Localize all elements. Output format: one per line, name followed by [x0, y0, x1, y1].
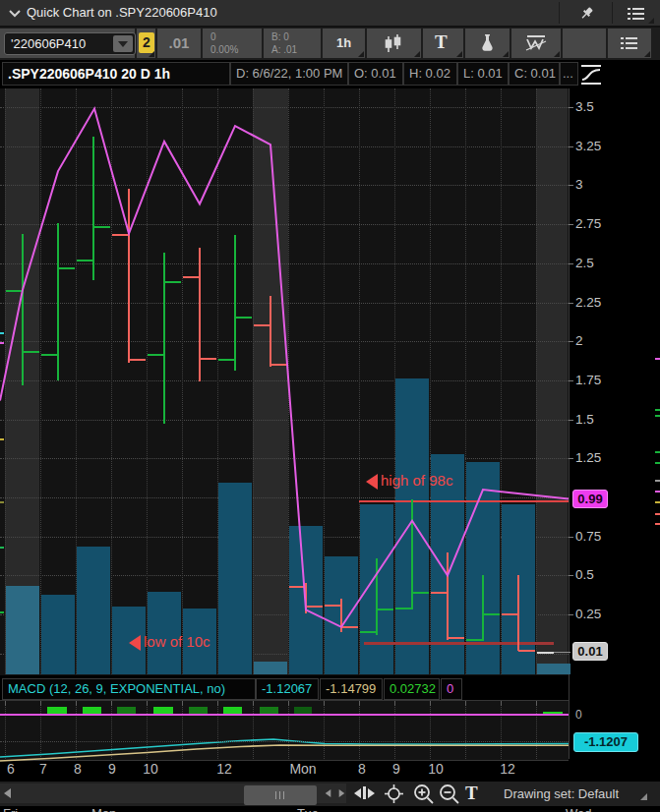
x-axis-label: 10: [133, 761, 168, 777]
edge-mark-right: [655, 513, 660, 515]
titlebar-menu-button[interactable]: [620, 1, 655, 25]
candle-open-tick: [466, 639, 483, 641]
y-axis-label: 3.5: [575, 99, 617, 115]
v-gridline-macd: [430, 701, 431, 759]
drawing-set-selector[interactable]: Drawing set: Default: [504, 784, 619, 804]
chart-annotation[interactable]: low of 10c: [129, 633, 210, 650]
v-gridline-macd: [288, 701, 289, 759]
header-open: O: 0.01: [348, 62, 403, 86]
candle-range: [447, 552, 449, 640]
studies-button[interactable]: [465, 29, 510, 58]
macd-hist-bar: [83, 707, 101, 714]
step-right-button[interactable]: [339, 789, 345, 797]
x-axis-label: 8: [344, 761, 380, 777]
text-tool-label: T: [435, 31, 448, 53]
chart-style-button[interactable]: [367, 29, 421, 58]
y-axis-tick: [569, 380, 573, 381]
title-bar: Quick Chart on .SPY220606P410: [0, 0, 660, 28]
scroll-left-arrow-icon[interactable]: [4, 788, 11, 798]
symbol-input[interactable]: '220606P410: [4, 32, 136, 55]
volume-bar: [537, 664, 570, 674]
symbol-dropdown-button[interactable]: [113, 35, 133, 52]
edge-mark-left: [0, 342, 4, 344]
v-gridline-macd: [359, 701, 360, 759]
price-level-line[interactable]: [364, 642, 554, 645]
candle-open-tick: [502, 613, 518, 615]
axis-border: [569, 88, 570, 759]
pin-button[interactable]: [569, 1, 604, 25]
candle-close-tick: [518, 650, 535, 652]
chart-scrollbar[interactable]: [0, 783, 346, 803]
zoom-in-button[interactable]: [413, 783, 435, 805]
candle-close-tick: [412, 592, 429, 594]
text-note-button[interactable]: T: [423, 29, 463, 58]
zoom-out-button[interactable]: [439, 783, 460, 805]
collapse-chevron-icon[interactable]: [9, 10, 21, 18]
volume-bar: [254, 662, 287, 674]
crosshair-tool-button[interactable]: [384, 783, 404, 804]
candle-flat: [537, 652, 554, 654]
macd-hist-value: 0.02732: [384, 678, 440, 700]
candle-open-tick: [325, 605, 341, 607]
x-axis-label: 6: [0, 761, 29, 777]
x-tick: [501, 701, 502, 706]
text-tool-button[interactable]: T: [465, 783, 478, 803]
candle-close-tick: [129, 359, 146, 361]
x-tick: [5, 701, 6, 706]
v-gridline: [40, 88, 41, 674]
toolbar-menu-button[interactable]: [608, 29, 651, 58]
drawing-set-expand-icon[interactable]: [640, 793, 647, 800]
edge-mark-right: [655, 409, 660, 411]
y-axis-label: 3: [575, 177, 617, 193]
candle-close-tick: [377, 609, 393, 610]
v-gridline-macd: [253, 701, 254, 759]
y-axis-label: 0.25: [575, 607, 617, 622]
y-axis-label: 1.5: [575, 412, 617, 428]
candle-open-tick: [254, 324, 270, 326]
candle-open-tick: [218, 359, 235, 361]
x-axis-label: 12: [490, 761, 525, 777]
chart-annotation[interactable]: high of 98c: [366, 472, 452, 489]
x-tick: [288, 701, 289, 706]
macd-signal-value: -1.14799: [320, 678, 383, 700]
clipped-axis-label: Tue: [297, 806, 319, 812]
pan-tool-button[interactable]: [354, 785, 376, 801]
candle-range: [305, 583, 307, 612]
price-level-line[interactable]: [359, 500, 569, 502]
edge-mark-right: [655, 480, 660, 482]
patterns-button[interactable]: [511, 29, 561, 58]
flag-segment: 2: [137, 29, 155, 58]
y-axis-tick: [569, 458, 573, 459]
candle-range: [199, 248, 201, 382]
annotation-text: low of 10c: [144, 633, 210, 650]
v-gridline-macd: [324, 701, 325, 759]
annotation-text: high of 98c: [381, 472, 452, 489]
y-axis-tick: [569, 185, 573, 186]
macd-hist-bar: [294, 707, 312, 714]
x-axis-label: 7: [26, 761, 61, 777]
v-gridline: [182, 88, 183, 674]
header-more-button[interactable]: ...: [560, 62, 578, 86]
timeframe-button[interactable]: 1h: [323, 29, 365, 58]
scrollbar-thumb[interactable]: [244, 785, 317, 805]
chart-style-curve-icon[interactable]: [578, 62, 604, 87]
x-axis-label: 10: [418, 761, 453, 777]
edge-mark-right: [655, 462, 660, 464]
edge-mark-right: [655, 491, 660, 493]
macd-study-label[interactable]: MACD (12, 26, 9, EXPONENTIAL, no): [2, 678, 256, 700]
step-left-button[interactable]: [326, 789, 331, 797]
flag-badge[interactable]: 2: [139, 32, 154, 53]
x-axis-label: 12: [207, 761, 242, 777]
candle-close-tick: [270, 364, 287, 366]
candle-open-tick: [112, 234, 129, 236]
candle-open-tick: [431, 592, 448, 594]
v-gridline: [253, 88, 254, 674]
session-band: [253, 88, 288, 674]
y-axis-label: 1.75: [575, 373, 617, 388]
x-axis-label: 9: [94, 761, 130, 777]
annotation-arrow-icon: [129, 635, 141, 651]
candle-close-tick: [164, 281, 181, 283]
edge-mark-right: [655, 501, 660, 503]
candle-open-tick: [289, 586, 306, 588]
volume-bar: [41, 595, 75, 674]
